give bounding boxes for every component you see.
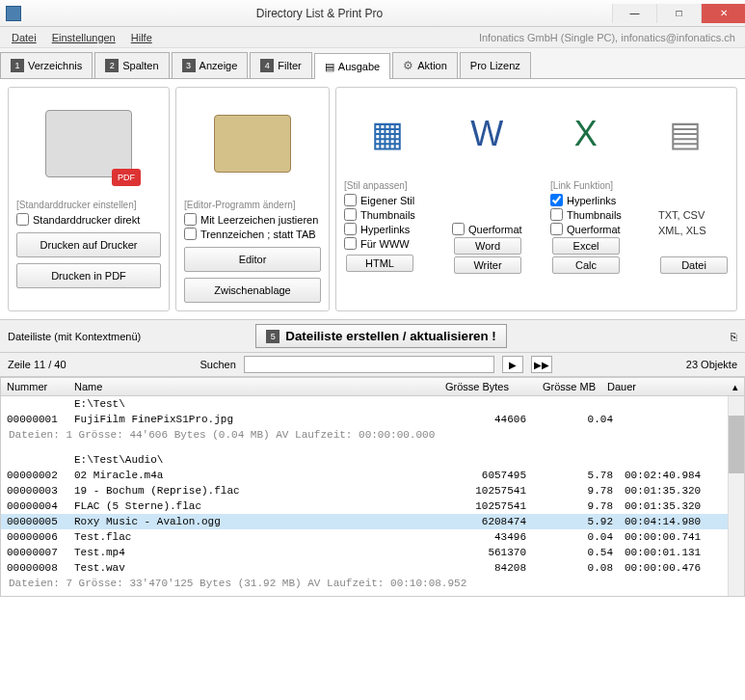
excel-icon: X: [552, 95, 620, 173]
chk-default-printer[interactable]: Standarddrucker direkt: [16, 213, 140, 226]
menu-file[interactable]: Datei: [4, 30, 44, 45]
search-next-button[interactable]: ▶: [502, 356, 523, 373]
chk-thumbnails[interactable]: Thumbnails: [344, 208, 415, 221]
col-number[interactable]: Nummer: [1, 380, 68, 393]
printer-icon: [36, 95, 142, 192]
close-button[interactable]: ✕: [701, 4, 745, 23]
chk-link-thumbnails[interactable]: Thumbnails: [550, 208, 622, 221]
print-pdf-button[interactable]: Drucken in PDF: [16, 263, 161, 288]
table-row: 0000000202 Miracle.m4a60574955.7800:02:4…: [1, 468, 744, 483]
tab-aktion[interactable]: ⚙Aktion: [392, 52, 458, 78]
link-group-label: [Link Funktion]: [550, 180, 613, 191]
col-mb[interactable]: Grösse MB: [515, 380, 601, 393]
scroll-up[interactable]: ▴: [727, 380, 744, 394]
license-info: Infonatics GmbH (Single PC), infonatics@…: [479, 32, 741, 43]
tab-lizenz[interactable]: Pro Lizenz: [460, 52, 531, 78]
refresh-list-button[interactable]: 5Dateiliste erstellen / aktualisieren !: [255, 324, 507, 348]
filelist-label: Dateiliste (mit Kontextmenü): [8, 331, 141, 342]
col-duration[interactable]: Dauer: [601, 380, 727, 393]
search-bar: Zeile 11 / 40 Suchen ▶ ▶▶ 23 Objekte: [0, 353, 745, 377]
minimize-button[interactable]: —: [612, 4, 656, 23]
tab-spalten[interactable]: 2Spalten: [94, 52, 169, 78]
folder-icon: [200, 95, 306, 192]
writer-button[interactable]: Writer: [454, 256, 521, 274]
table-row: 00000006Test.flac434960.0400:00:00.741: [1, 529, 744, 545]
tab-verzeichnis[interactable]: 1Verzeichnis: [0, 52, 93, 78]
menu-settings[interactable]: Einstellungen: [44, 30, 123, 45]
maximize-button[interactable]: □: [656, 4, 701, 23]
editor-button[interactable]: Editor: [184, 247, 321, 272]
html-button[interactable]: HTML: [346, 255, 413, 272]
summary-row: Dateien: 1 Grösse: 44'606 Bytes (0.04 MB…: [1, 427, 744, 443]
editor-panel: [Editor-Programm ändern] Mit Leerzeichen…: [175, 87, 330, 311]
chk-own-style[interactable]: Eigener Stil: [344, 194, 414, 206]
tab-content: [Standarddrucker einstellen] Standarddru…: [0, 79, 745, 319]
gear-icon: ⚙: [403, 59, 413, 72]
tab-filter[interactable]: 4Filter: [250, 52, 311, 78]
xml-xls-label: XML, XLS: [658, 225, 726, 236]
word-button[interactable]: Word: [454, 237, 521, 255]
table-row: 00000007Test.mp45613700.5400:00:01.131: [1, 545, 744, 560]
calc-button[interactable]: Calc: [552, 256, 620, 274]
row-position: Zeile 11 / 40: [8, 359, 67, 370]
word-icon: W: [453, 95, 520, 173]
chk-semicolon[interactable]: Trennzeichen ; statt TAB: [184, 228, 316, 240]
excel-button[interactable]: Excel: [552, 237, 620, 255]
editor-group-label: [Editor-Programm ändern]: [184, 200, 296, 210]
table-row-selected: 00000005Roxy Music - Avalon.ogg62084745.…: [1, 514, 744, 529]
printer-group-label: [Standarddrucker einstellen]: [16, 200, 137, 210]
clipboard-button[interactable]: Zwischenablage: [184, 278, 321, 303]
object-count: 23 Objekte: [686, 359, 737, 370]
col-name[interactable]: Name: [68, 380, 409, 393]
tab-anzeige[interactable]: 3Anzeige: [172, 52, 249, 78]
datei-button[interactable]: Datei: [660, 256, 728, 274]
chk-spaces[interactable]: Mit Leerzeichen justieren: [184, 213, 318, 226]
list-header: Nummer Name Grösse Bytes Grösse MB Dauer…: [0, 377, 745, 396]
chk-link-hyperlinks[interactable]: Hyperlinks: [550, 194, 616, 206]
window-title: Directory List & Print Pro: [27, 7, 612, 20]
search-input[interactable]: [244, 356, 494, 373]
export-panel: ▦ W X ▤ [Stil anpassen] Eigener Stil Thu…: [335, 87, 737, 311]
print-button[interactable]: Drucken auf Drucker: [16, 232, 161, 257]
table-row: 00000004FLAC (5 Sterne).flac102575419.78…: [1, 498, 744, 514]
output-icon: ▤: [325, 61, 334, 73]
table-row: 00000008Test.wav842080.0800:00:00.476: [1, 560, 744, 576]
txt-csv-label: TXT, CSV: [658, 209, 726, 221]
path-row: E:\Test\: [1, 396, 744, 412]
menu-help[interactable]: Hilfe: [123, 30, 160, 45]
print-panel: [Standarddrucker einstellen] Standarddru…: [8, 87, 170, 311]
file-list[interactable]: E:\Test\ 00000001FujiFilm FinePixS1Pro.j…: [0, 396, 745, 597]
titlebar: Directory List & Print Pro — □ ✕: [0, 0, 745, 27]
table-row: 00000001FujiFilm FinePixS1Pro.jpg446060.…: [1, 412, 744, 427]
search-label: Suchen: [200, 359, 236, 370]
menubar: Datei Einstellungen Hilfe Infonatics Gmb…: [0, 27, 745, 48]
tab-ausgabe[interactable]: ▤Ausgabe: [314, 53, 390, 79]
table-row: 0000000319 - Bochum (Reprise).flac102575…: [1, 483, 744, 498]
copy-icon[interactable]: ⎘: [731, 331, 737, 342]
style-group-label: [Stil anpassen]: [344, 180, 408, 191]
summary-row: Dateien: 7 Grösse: 33'470'125 Bytes (31.…: [1, 576, 744, 591]
chk-landscape-excel[interactable]: Querformat: [550, 223, 621, 235]
col-bytes[interactable]: Grösse Bytes: [409, 380, 515, 393]
scrollbar[interactable]: [728, 396, 744, 596]
html-icon: ▦: [354, 95, 421, 173]
chk-landscape-word[interactable]: Querformat: [452, 223, 522, 235]
chk-hyperlinks[interactable]: Hyperlinks: [344, 223, 410, 235]
chk-www[interactable]: Für WWW: [344, 237, 410, 250]
file-icon: ▤: [652, 95, 719, 173]
search-last-button[interactable]: ▶▶: [531, 356, 552, 373]
app-icon: [6, 6, 21, 21]
path-row: E:\Test\Audio\: [1, 452, 744, 468]
tab-bar: 1Verzeichnis 2Spalten 3Anzeige 4Filter ▤…: [0, 48, 745, 79]
filelist-header: Dateiliste (mit Kontextmenü) 5Dateiliste…: [0, 319, 745, 353]
